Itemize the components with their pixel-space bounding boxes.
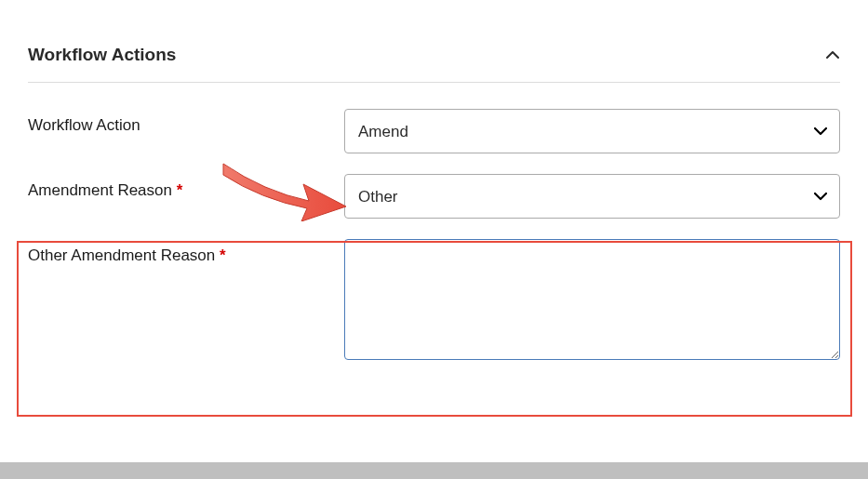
chevron-up-icon[interactable]: [825, 50, 840, 60]
workflow-action-row: Workflow Action Amend: [28, 109, 840, 153]
other-reason-textarea[interactable]: [344, 239, 840, 360]
workflow-action-select[interactable]: Amend: [344, 109, 840, 153]
other-reason-row: Other Amendment Reason *: [28, 239, 840, 364]
required-asterisk: *: [177, 181, 183, 199]
amendment-reason-select[interactable]: Other: [344, 174, 840, 219]
amendment-reason-row: Amendment Reason * Other: [28, 174, 840, 219]
amendment-reason-label: Amendment Reason *: [28, 174, 344, 200]
section-header[interactable]: Workflow Actions: [28, 45, 840, 83]
other-reason-label: Other Amendment Reason *: [28, 239, 344, 265]
footer-bar: [0, 462, 868, 479]
workflow-action-label: Workflow Action: [28, 109, 344, 135]
section-title: Workflow Actions: [28, 45, 176, 65]
required-asterisk: *: [220, 246, 226, 264]
